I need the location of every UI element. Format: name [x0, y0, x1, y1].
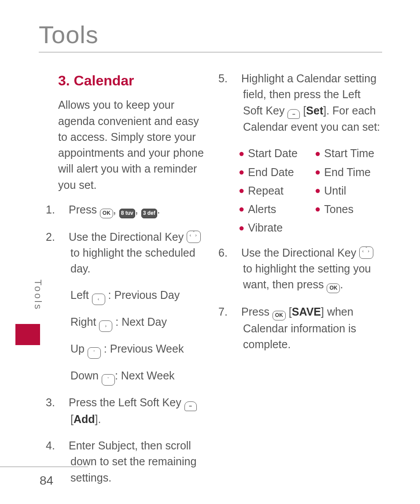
directional-key-icon [187, 231, 201, 243]
step-6-text-b: to highlight the setting you want, then … [243, 262, 371, 291]
bullet-icon: ● [315, 167, 321, 177]
step-7: 7.Press OK [SAVE] when Calendar informat… [231, 304, 383, 352]
left-soft-key-icon: – [287, 109, 300, 119]
step-3-number: 3. [58, 394, 69, 410]
step-2-right: Right › : Next Day [70, 314, 210, 332]
step-7-bold: SAVE [292, 305, 321, 318]
step-2-number: 2. [58, 229, 69, 245]
up-arrow-key-icon: ˆ [88, 347, 101, 359]
step-2-up-a: Up [70, 342, 88, 355]
eight-key-icon: 8 tuv [119, 209, 135, 218]
step-4: 4.Enter Subject, then scroll down to set… [58, 438, 210, 486]
step-2-down-b: : Next Week [115, 369, 175, 382]
step-2-up-b: : Previous Week [101, 342, 184, 355]
step-1-text-c: , [135, 203, 141, 216]
step-6-text-c: . [340, 278, 343, 291]
bullet-icon: ● [239, 167, 244, 177]
ok-key-icon: OK [100, 209, 113, 218]
setting-label: Vibrate [248, 220, 283, 235]
step-2-down: Down ˇ: Next Week [70, 368, 210, 386]
step-2: 2.Use the Directional Key to highlight t… [58, 229, 210, 277]
step-5-number: 5. [231, 70, 241, 86]
left-soft-key-icon: – [184, 401, 197, 411]
step-3-text-a: Press the Left Soft Key [69, 396, 184, 408]
setting-item: ●Start Time [315, 145, 383, 161]
ok-key-icon: OK [273, 311, 286, 320]
step-6-number: 6. [231, 245, 241, 261]
setting-item: ●Repeat [239, 183, 307, 199]
setting-label: Repeat [248, 183, 284, 199]
step-1-text-b: , [113, 203, 119, 216]
section-heading: 3. Calendar [58, 70, 210, 91]
step-5: 5.Highlight a Calendar setting field, th… [231, 70, 383, 135]
bullet-icon: ● [315, 204, 321, 214]
page-number: 84 [40, 474, 53, 488]
step-1-text-a: Press [69, 203, 100, 216]
footer-divider [0, 467, 88, 467]
bullet-icon: ● [239, 149, 244, 158]
step-2-right-b: : Next Day [112, 316, 167, 328]
step-2-text-b: to highlight the scheduled day. [70, 246, 195, 275]
step-6: 6.Use the Directional Key to highlight t… [231, 245, 383, 293]
step-4-number: 4. [58, 438, 69, 453]
step-2-left-b: : Previous Day [105, 289, 180, 301]
step-2-left: Left ‹ : Previous Day [70, 287, 210, 305]
bullet-icon: ● [239, 204, 244, 214]
left-arrow-key-icon: ‹ [92, 294, 105, 305]
step-3-text-b: [ [70, 413, 74, 425]
step-5-bold: Set [306, 104, 323, 117]
down-arrow-key-icon: ˇ [102, 374, 115, 386]
step-1-text-d: . [157, 203, 160, 216]
setting-item: ●Alerts [239, 201, 307, 217]
step-3-text-c: ]. [95, 413, 101, 425]
side-tab-marker [15, 324, 40, 345]
page-title: Tools [39, 20, 99, 49]
step-3-bold: Add [74, 413, 95, 425]
three-key-icon: 3 def [141, 209, 157, 218]
setting-item: ●Tones [315, 201, 383, 217]
setting-label: Alerts [248, 201, 276, 217]
intro-paragraph: Allows you to keep your agenda convenien… [58, 97, 210, 193]
step-1: 1.Press OK, 8 tuv, 3 def. [58, 202, 210, 218]
right-arrow-key-icon: › [99, 320, 112, 332]
setting-label: Tones [324, 201, 354, 217]
step-2-up: Up ˆ : Previous Week [70, 341, 210, 359]
title-divider [39, 52, 382, 52]
left-column: 3. Calendar Allows you to keep your agen… [58, 70, 210, 496]
step-2-text-a: Use the Directional Key [69, 231, 187, 243]
step-2-right-a: Right [70, 316, 99, 328]
step-7-text-b: [ [286, 305, 292, 318]
right-column: 5.Highlight a Calendar setting field, th… [231, 70, 383, 496]
step-5-text-b: [ [300, 104, 306, 117]
step-3: 3.Press the Left Soft Key – [Add]. [58, 394, 210, 427]
setting-item: ●Start Date [239, 145, 307, 161]
content-columns: 3. Calendar Allows you to keep your agen… [58, 70, 388, 496]
step-2-left-a: Left [70, 289, 92, 301]
step-7-number: 7. [231, 304, 241, 320]
bullet-icon: ● [315, 149, 321, 158]
setting-item: ●End Time [315, 164, 383, 180]
step-4-text: Enter Subject, then scroll down to set t… [69, 439, 196, 484]
side-tab-label: Tools [32, 280, 44, 311]
setting-item: ●Vibrate [239, 220, 307, 235]
bullet-icon: ● [239, 223, 244, 233]
setting-item: ●Until [315, 183, 383, 199]
setting-item: ●End Date [239, 164, 307, 180]
bullet-icon: ● [315, 186, 321, 195]
setting-label: End Time [324, 164, 371, 180]
setting-label: Start Date [248, 145, 298, 161]
ok-key-icon: OK [327, 283, 340, 293]
step-6-text-a: Use the Directional Key [241, 246, 359, 259]
step-7-text-a: Press [241, 305, 273, 318]
setting-label: Until [324, 183, 346, 199]
settings-list: ●Start Date ●Start Time ●End Date ●End T… [239, 145, 383, 235]
step-2-down-a: Down [70, 369, 102, 382]
step-1-number: 1. [58, 202, 69, 217]
directional-key-icon [359, 246, 373, 259]
bullet-icon: ● [239, 186, 244, 195]
setting-label: End Date [248, 164, 294, 180]
setting-label: Start Time [324, 145, 374, 161]
